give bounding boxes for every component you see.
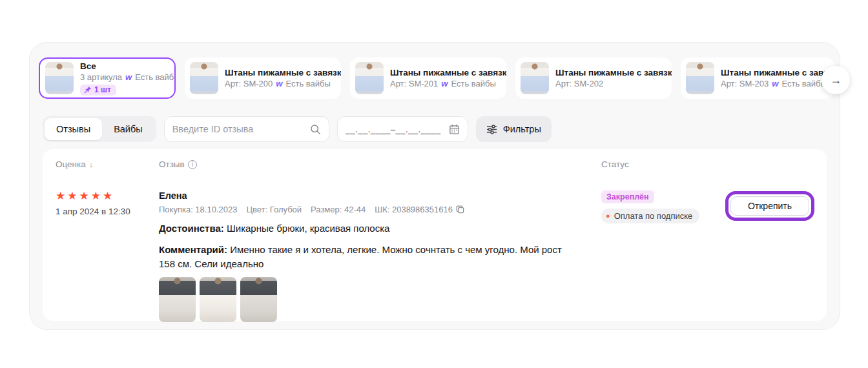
sort-desc-icon: ↓ xyxy=(89,159,94,169)
purchase-date: Покупка: 18.10.2023 xyxy=(159,205,237,214)
product-card-article: Арт: SM-200 xyxy=(225,78,273,89)
review-photo[interactable] xyxy=(240,277,277,322)
product-card-title: Штаны пижамные с завязками xyxy=(555,67,672,78)
filters-button[interactable]: Фильтры xyxy=(476,116,552,142)
product-card-sm201[interactable]: Штаны пижамные с завязками Арт: SM-201 w… xyxy=(350,57,506,99)
search-input[interactable] xyxy=(172,124,310,134)
pinned-count-badge: 1 шт xyxy=(80,85,116,96)
review-photos xyxy=(159,277,601,322)
highlight-annotation: Открепить xyxy=(725,191,814,221)
table-header-row: Оценка ↓ Отзыв i Статус xyxy=(56,159,814,169)
unpin-button[interactable]: Открепить xyxy=(730,196,809,216)
product-card-title: Штаны пижамные с завязками xyxy=(390,67,506,78)
star-rating: ★★★★★ xyxy=(56,190,159,202)
pinned-count-label: 1 шт xyxy=(94,85,111,94)
info-icon[interactable]: i xyxy=(188,160,197,169)
product-thumbnail xyxy=(45,62,74,94)
reviews-table: Оценка ↓ Отзыв i Статус ★★★★★ 1 апр 2024… xyxy=(43,149,827,321)
vibes-icon: w xyxy=(276,78,282,89)
header-review: Отзыв i xyxy=(159,159,601,169)
status-dot-icon: ● xyxy=(606,212,610,220)
review-photo[interactable] xyxy=(159,277,196,322)
purchase-size: Размер: 42-44 xyxy=(311,205,366,214)
product-carousel: Все 3 артикула w Есть вайбы 1 шт Штаны п… xyxy=(30,43,840,99)
product-card-subtitle: 3 артикула xyxy=(80,72,122,83)
review-cell: Елена Покупка: 18.10.2023 Цвет: Голубой … xyxy=(159,190,601,322)
rating-cell: ★★★★★ 1 апр 2024 в 12:30 xyxy=(56,190,159,322)
carousel-next-button[interactable]: → xyxy=(822,66,850,94)
product-card-title: Штаны пижамные с завязками xyxy=(721,67,825,78)
product-card-article: Арт: SM-202 xyxy=(555,78,603,89)
review-row: ★★★★★ 1 апр 2024 в 12:30 Елена Покупка: … xyxy=(56,190,814,322)
vibes-label: Есть вайбы xyxy=(285,78,330,89)
reviews-vibes-switcher: Отзывы Вайбы xyxy=(43,116,156,142)
product-card-all[interactable]: Все 3 артикула w Есть вайбы 1 шт xyxy=(39,57,176,99)
header-rating[interactable]: Оценка ↓ xyxy=(56,159,159,169)
date-range-input[interactable] xyxy=(346,125,449,134)
product-card-title: Штаны пижамные с завязками xyxy=(225,67,341,78)
reviews-panel: Все 3 артикула w Есть вайбы 1 шт Штаны п… xyxy=(29,42,840,330)
review-pros: Достоинства: Шикарные брюки, красивая по… xyxy=(159,221,575,236)
arrow-right-icon: → xyxy=(830,74,842,87)
vibes-icon: w xyxy=(441,78,448,89)
search-icon xyxy=(310,124,321,135)
purchase-meta: Покупка: 18.10.2023 Цвет: Голубой Размер… xyxy=(159,205,601,214)
header-status: Статус xyxy=(601,159,730,169)
product-card-sm200[interactable]: Штаны пижамные с завязками Арт: SM-200 w… xyxy=(185,57,341,99)
review-comment: Комментарий: Именно такие я и хотела, ле… xyxy=(159,243,575,271)
pin-icon xyxy=(84,86,92,94)
purchase-barcode: ШК: 2038986351616 xyxy=(375,205,453,214)
filters-label: Фильтры xyxy=(503,124,541,134)
vibes-label: Есть вайбы xyxy=(781,78,826,89)
date-range-field xyxy=(337,116,468,142)
product-thumbnail xyxy=(521,62,549,94)
vibes-label: Есть вайбы xyxy=(451,78,495,89)
pinned-status-badge: Закреплён xyxy=(601,190,654,203)
action-cell: Открепить xyxy=(730,190,814,322)
product-card-article: Арт: SM-203 xyxy=(721,78,769,89)
status-cell: Закреплён ● Оплата по подписке xyxy=(601,190,730,322)
copy-icon[interactable] xyxy=(456,205,464,214)
vibes-label: Есть вайбы xyxy=(135,72,176,83)
product-card-title: Все xyxy=(80,61,176,72)
review-date: 1 апр 2024 в 12:30 xyxy=(56,207,159,216)
toolbar: Отзывы Вайбы Фильтры xyxy=(43,116,840,142)
calendar-icon[interactable] xyxy=(449,124,460,135)
purchase-color: Цвет: Голубой xyxy=(246,205,302,214)
product-card-article: Арт: SM-201 xyxy=(390,78,438,89)
vibes-icon: w xyxy=(125,72,132,83)
tab-reviews[interactable]: Отзывы xyxy=(45,118,102,140)
product-thumbnail xyxy=(190,62,218,94)
product-card-sm203[interactable]: Штаны пижамные с завязками Арт: SM-203 w… xyxy=(681,57,834,99)
review-photo[interactable] xyxy=(200,277,236,322)
tab-vibes[interactable]: Вайбы xyxy=(102,118,154,140)
product-thumbnail xyxy=(686,62,714,94)
subscription-status-badge: ● Оплата по подписке xyxy=(601,209,699,223)
vibes-icon: w xyxy=(772,78,778,89)
sliders-icon xyxy=(486,125,497,134)
review-id-search xyxy=(164,116,329,142)
product-thumbnail xyxy=(355,62,384,94)
review-author: Елена xyxy=(159,190,601,201)
product-card-sm202[interactable]: Штаны пижамные с завязками Арт: SM-202 xyxy=(515,57,672,99)
